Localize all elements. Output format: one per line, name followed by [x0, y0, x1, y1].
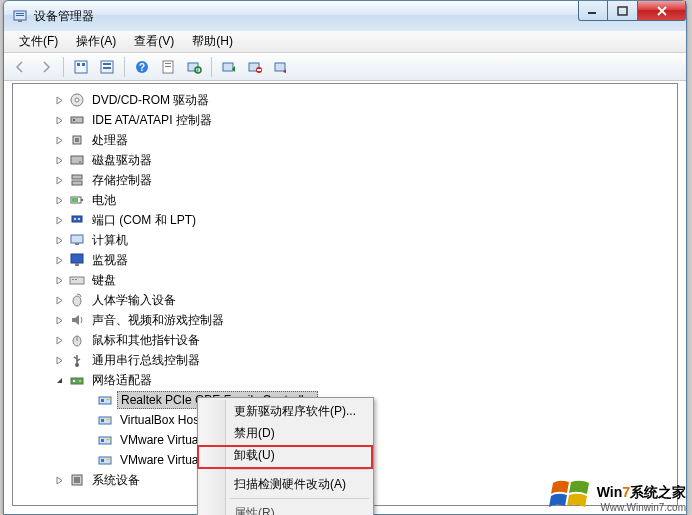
svg-rect-10 [103, 63, 111, 65]
tree-label: 电池 [89, 191, 119, 210]
ctx-scan-hardware[interactable]: 扫描检测硬件改动(A) [200, 473, 371, 495]
tree-node[interactable]: IDE ATA/ATAPI 控制器 [15, 110, 675, 130]
svg-rect-68 [74, 477, 80, 483]
tree-node[interactable]: 键盘 [15, 270, 675, 290]
system-icon [69, 472, 85, 488]
expand-icon[interactable] [53, 334, 65, 346]
expand-icon[interactable] [53, 214, 65, 226]
keyboard-icon [69, 272, 85, 288]
expand-icon[interactable] [53, 254, 65, 266]
hid-icon [69, 292, 85, 308]
context-menu: 更新驱动程序软件(P)... 禁用(D) 卸载(U) 扫描检测硬件改动(A) 属… [197, 397, 374, 515]
expand-icon[interactable] [53, 474, 65, 486]
svg-rect-44 [70, 277, 84, 284]
scan-hardware-button[interactable] [182, 55, 206, 79]
tree-node[interactable]: 声音、视频和游戏控制器 [15, 310, 675, 330]
expand-icon[interactable] [53, 194, 65, 206]
port-icon [69, 212, 85, 228]
battery-icon [69, 192, 85, 208]
expand-icon[interactable] [53, 94, 65, 106]
svg-rect-30 [71, 156, 83, 164]
svg-rect-2 [16, 15, 24, 16]
tree-node[interactable]: 通用串行总线控制器 [15, 350, 675, 370]
tree-label: IDE ATA/ATAPI 控制器 [89, 111, 215, 130]
cpu-icon [69, 132, 85, 148]
uninstall-button[interactable] [243, 55, 267, 79]
forward-button[interactable] [34, 55, 58, 79]
ctx-properties[interactable]: 属性(R) [200, 502, 371, 515]
tree-label: 端口 (COM 和 LPT) [89, 211, 199, 230]
svg-rect-8 [82, 63, 85, 66]
svg-rect-29 [75, 138, 79, 142]
svg-rect-11 [103, 67, 111, 69]
ctx-update-driver[interactable]: 更新驱动程序软件(P)... [200, 400, 371, 422]
disable-button[interactable] [269, 55, 293, 79]
expand-icon[interactable] [53, 114, 65, 126]
menu-file[interactable]: 文件(F) [10, 31, 67, 52]
tree-node[interactable]: 端口 (COM 和 LPT) [15, 210, 675, 230]
ctx-disable[interactable]: 禁用(D) [200, 422, 371, 444]
svg-rect-60 [106, 419, 111, 420]
svg-rect-64 [99, 457, 111, 464]
tree-label: 人体学输入设备 [89, 291, 179, 310]
tree-node[interactable]: 存储控制器 [15, 170, 675, 190]
netcard-icon [97, 452, 113, 468]
svg-rect-65 [101, 459, 104, 462]
tree-node[interactable]: 计算机 [15, 230, 675, 250]
netcard-icon [97, 432, 113, 448]
menu-action[interactable]: 操作(A) [67, 31, 125, 52]
expand-icon[interactable] [53, 274, 65, 286]
tree-node-network[interactable]: 网络适配器 [15, 370, 675, 390]
close-button[interactable] [638, 1, 686, 21]
expand-icon[interactable] [53, 354, 65, 366]
expand-icon[interactable] [53, 294, 65, 306]
svg-rect-46 [75, 279, 77, 280]
tree-node[interactable]: 监视器 [15, 250, 675, 270]
ctx-uninstall[interactable]: 卸载(U) [200, 444, 371, 466]
tree-label: 鼠标和其他指针设备 [89, 331, 203, 350]
back-button[interactable] [8, 55, 32, 79]
svg-rect-63 [106, 439, 111, 440]
view-resources-button[interactable] [95, 55, 119, 79]
expand-icon[interactable] [53, 134, 65, 146]
svg-rect-54 [79, 380, 81, 382]
properties-button[interactable] [156, 55, 180, 79]
update-driver-button[interactable] [217, 55, 241, 79]
usb-icon [69, 352, 85, 368]
collapse-icon[interactable] [53, 374, 65, 386]
tree-node[interactable]: DVD/CD-ROM 驱动器 [15, 90, 675, 110]
tree-node[interactable]: 人体学输入设备 [15, 290, 675, 310]
svg-rect-35 [81, 199, 83, 201]
help-button[interactable]: ? [130, 55, 154, 79]
tree-label: 处理器 [89, 131, 131, 150]
expand-icon[interactable] [53, 234, 65, 246]
titlebar[interactable]: 设备管理器 [4, 1, 686, 31]
svg-rect-62 [101, 439, 104, 442]
svg-rect-55 [99, 397, 111, 404]
tree-label: VMware Virtua [117, 432, 201, 448]
expand-icon[interactable] [53, 154, 65, 166]
svg-rect-66 [106, 459, 111, 460]
tree-node[interactable]: 处理器 [15, 130, 675, 150]
disk-icon [69, 152, 85, 168]
expand-icon[interactable] [53, 314, 65, 326]
menu-help[interactable]: 帮助(H) [183, 31, 242, 52]
minimize-button[interactable] [578, 1, 608, 21]
maximize-button[interactable] [608, 1, 638, 21]
svg-rect-32 [72, 175, 82, 179]
menu-view[interactable]: 查看(V) [125, 31, 183, 52]
svg-text:?: ? [139, 62, 145, 73]
expand-icon[interactable] [53, 174, 65, 186]
toolbar-separator [124, 57, 125, 77]
svg-rect-42 [71, 254, 83, 263]
tree-node[interactable]: 磁盘驱动器 [15, 150, 675, 170]
tree-label: 系统设备 [89, 471, 143, 490]
view-devices-button[interactable] [69, 55, 93, 79]
svg-rect-5 [618, 7, 627, 15]
tree-node[interactable]: 电池 [15, 190, 675, 210]
tree-node[interactable]: 鼠标和其他指针设备 [15, 330, 675, 350]
tree-label: 监视器 [89, 251, 131, 270]
svg-rect-36 [72, 198, 78, 202]
svg-rect-26 [71, 117, 83, 123]
svg-rect-33 [72, 181, 82, 185]
